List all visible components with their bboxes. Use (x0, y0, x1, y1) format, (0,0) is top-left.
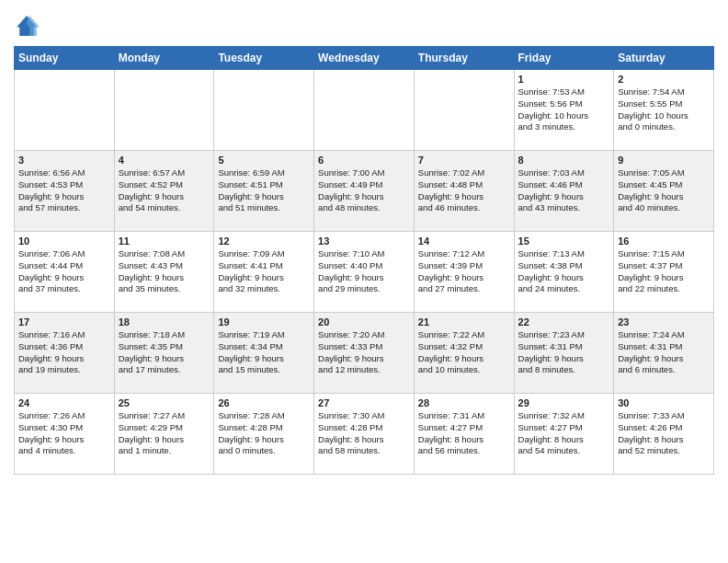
calendar-cell: 4Sunrise: 6:57 AM Sunset: 4:52 PM Daylig… (114, 151, 214, 232)
day-number: 13 (318, 236, 410, 247)
day-info: Sunrise: 7:23 AM Sunset: 4:31 PM Dayligh… (518, 329, 610, 376)
day-info: Sunrise: 7:02 AM Sunset: 4:48 PM Dayligh… (418, 167, 510, 214)
day-number: 4 (119, 155, 210, 166)
day-info: Sunrise: 7:06 AM Sunset: 4:44 PM Dayligh… (18, 248, 110, 295)
calendar-cell: 20Sunrise: 7:20 AM Sunset: 4:33 PM Dayli… (314, 313, 415, 394)
calendar-week-5: 24Sunrise: 7:26 AM Sunset: 4:30 PM Dayli… (15, 394, 714, 475)
day-number: 14 (418, 236, 510, 247)
day-info: Sunrise: 7:27 AM Sunset: 4:29 PM Dayligh… (119, 410, 210, 457)
day-info: Sunrise: 7:13 AM Sunset: 4:38 PM Dayligh… (518, 248, 610, 295)
day-number: 29 (518, 397, 610, 408)
day-info: Sunrise: 7:15 AM Sunset: 4:37 PM Dayligh… (618, 248, 710, 295)
calendar-cell (15, 70, 115, 151)
day-info: Sunrise: 7:24 AM Sunset: 4:31 PM Dayligh… (618, 329, 710, 376)
day-info: Sunrise: 7:10 AM Sunset: 4:40 PM Dayligh… (318, 248, 410, 295)
day-info: Sunrise: 7:53 AM Sunset: 5:56 PM Dayligh… (518, 86, 610, 133)
calendar-cell: 1Sunrise: 7:53 AM Sunset: 5:56 PM Daylig… (514, 70, 614, 151)
calendar-cell: 12Sunrise: 7:09 AM Sunset: 4:41 PM Dayli… (214, 232, 314, 313)
day-number: 3 (18, 155, 110, 166)
day-info: Sunrise: 6:56 AM Sunset: 4:53 PM Dayligh… (18, 167, 110, 214)
page-header (14, 9, 714, 39)
weekday-header-sunday: Sunday (15, 47, 115, 70)
calendar-cell: 7Sunrise: 7:02 AM Sunset: 4:48 PM Daylig… (414, 151, 514, 232)
day-number: 16 (618, 236, 710, 247)
day-info: Sunrise: 7:30 AM Sunset: 4:28 PM Dayligh… (318, 410, 410, 457)
weekday-header-saturday: Saturday (614, 47, 714, 70)
day-number: 2 (618, 74, 710, 85)
calendar-header: SundayMondayTuesdayWednesdayThursdayFrid… (15, 47, 714, 70)
calendar-cell: 13Sunrise: 7:10 AM Sunset: 4:40 PM Dayli… (314, 232, 415, 313)
day-info: Sunrise: 6:57 AM Sunset: 4:52 PM Dayligh… (119, 167, 210, 214)
day-number: 8 (518, 155, 610, 166)
calendar-cell: 30Sunrise: 7:33 AM Sunset: 4:26 PM Dayli… (614, 394, 714, 475)
day-info: Sunrise: 7:31 AM Sunset: 4:27 PM Dayligh… (418, 410, 510, 457)
calendar-cell: 6Sunrise: 7:00 AM Sunset: 4:49 PM Daylig… (314, 151, 415, 232)
calendar-cell: 23Sunrise: 7:24 AM Sunset: 4:31 PM Dayli… (614, 313, 714, 394)
calendar-cell: 14Sunrise: 7:12 AM Sunset: 4:39 PM Dayli… (414, 232, 514, 313)
weekday-header-monday: Monday (114, 47, 214, 70)
day-info: Sunrise: 7:32 AM Sunset: 4:27 PM Dayligh… (518, 410, 610, 457)
logo (14, 13, 43, 39)
calendar-body: 1Sunrise: 7:53 AM Sunset: 5:56 PM Daylig… (15, 70, 714, 475)
calendar-cell: 24Sunrise: 7:26 AM Sunset: 4:30 PM Dayli… (15, 394, 115, 475)
day-number: 10 (18, 236, 110, 247)
day-info: Sunrise: 7:08 AM Sunset: 4:43 PM Dayligh… (119, 248, 210, 295)
weekday-header-tuesday: Tuesday (214, 47, 314, 70)
day-info: Sunrise: 7:19 AM Sunset: 4:34 PM Dayligh… (218, 329, 310, 376)
day-number: 15 (518, 236, 610, 247)
day-info: Sunrise: 7:05 AM Sunset: 4:45 PM Dayligh… (618, 167, 710, 214)
calendar-cell: 19Sunrise: 7:19 AM Sunset: 4:34 PM Dayli… (214, 313, 314, 394)
day-number: 7 (418, 155, 510, 166)
day-number: 26 (218, 397, 310, 408)
calendar-cell: 10Sunrise: 7:06 AM Sunset: 4:44 PM Dayli… (15, 232, 115, 313)
weekday-header-wednesday: Wednesday (314, 47, 415, 70)
calendar-cell (414, 70, 514, 151)
calendar-cell: 8Sunrise: 7:03 AM Sunset: 4:46 PM Daylig… (514, 151, 614, 232)
day-info: Sunrise: 7:33 AM Sunset: 4:26 PM Dayligh… (618, 410, 710, 457)
day-number: 24 (18, 397, 110, 408)
day-number: 21 (418, 316, 510, 327)
day-info: Sunrise: 7:00 AM Sunset: 4:49 PM Dayligh… (318, 167, 410, 214)
calendar-cell: 15Sunrise: 7:13 AM Sunset: 4:38 PM Dayli… (514, 232, 614, 313)
day-info: Sunrise: 7:20 AM Sunset: 4:33 PM Dayligh… (318, 329, 410, 376)
day-number: 1 (518, 74, 610, 85)
day-number: 20 (318, 316, 410, 327)
calendar-week-1: 1Sunrise: 7:53 AM Sunset: 5:56 PM Daylig… (15, 70, 714, 151)
day-info: Sunrise: 6:59 AM Sunset: 4:51 PM Dayligh… (218, 167, 310, 214)
calendar-cell: 21Sunrise: 7:22 AM Sunset: 4:32 PM Dayli… (414, 313, 514, 394)
calendar-cell: 16Sunrise: 7:15 AM Sunset: 4:37 PM Dayli… (614, 232, 714, 313)
calendar-cell: 17Sunrise: 7:16 AM Sunset: 4:36 PM Dayli… (15, 313, 115, 394)
day-number: 22 (518, 316, 610, 327)
calendar-cell: 9Sunrise: 7:05 AM Sunset: 4:45 PM Daylig… (614, 151, 714, 232)
calendar-cell: 18Sunrise: 7:18 AM Sunset: 4:35 PM Dayli… (114, 313, 214, 394)
calendar-week-4: 17Sunrise: 7:16 AM Sunset: 4:36 PM Dayli… (15, 313, 714, 394)
calendar-cell: 11Sunrise: 7:08 AM Sunset: 4:43 PM Dayli… (114, 232, 214, 313)
calendar-cell (214, 70, 314, 151)
day-number: 6 (318, 155, 410, 166)
day-number: 11 (119, 236, 210, 247)
day-info: Sunrise: 7:54 AM Sunset: 5:55 PM Dayligh… (618, 86, 710, 133)
calendar-cell: 29Sunrise: 7:32 AM Sunset: 4:27 PM Dayli… (514, 394, 614, 475)
calendar-cell (114, 70, 214, 151)
day-info: Sunrise: 7:09 AM Sunset: 4:41 PM Dayligh… (218, 248, 310, 295)
day-info: Sunrise: 7:28 AM Sunset: 4:28 PM Dayligh… (218, 410, 310, 457)
calendar-cell: 2Sunrise: 7:54 AM Sunset: 5:55 PM Daylig… (614, 70, 714, 151)
calendar-week-2: 3Sunrise: 6:56 AM Sunset: 4:53 PM Daylig… (15, 151, 714, 232)
day-number: 28 (418, 397, 510, 408)
day-number: 27 (318, 397, 410, 408)
day-number: 5 (218, 155, 310, 166)
calendar-cell: 22Sunrise: 7:23 AM Sunset: 4:31 PM Dayli… (514, 313, 614, 394)
calendar-cell: 28Sunrise: 7:31 AM Sunset: 4:27 PM Dayli… (414, 394, 514, 475)
calendar-cell (314, 70, 415, 151)
day-number: 23 (618, 316, 710, 327)
day-number: 9 (618, 155, 710, 166)
calendar-cell: 5Sunrise: 6:59 AM Sunset: 4:51 PM Daylig… (214, 151, 314, 232)
day-number: 25 (119, 397, 210, 408)
day-info: Sunrise: 7:22 AM Sunset: 4:32 PM Dayligh… (418, 329, 510, 376)
calendar-week-3: 10Sunrise: 7:06 AM Sunset: 4:44 PM Dayli… (15, 232, 714, 313)
calendar-cell: 26Sunrise: 7:28 AM Sunset: 4:28 PM Dayli… (214, 394, 314, 475)
day-info: Sunrise: 7:18 AM Sunset: 4:35 PM Dayligh… (119, 329, 210, 376)
day-number: 30 (618, 397, 710, 408)
day-info: Sunrise: 7:03 AM Sunset: 4:46 PM Dayligh… (518, 167, 610, 214)
day-info: Sunrise: 7:26 AM Sunset: 4:30 PM Dayligh… (18, 410, 110, 457)
